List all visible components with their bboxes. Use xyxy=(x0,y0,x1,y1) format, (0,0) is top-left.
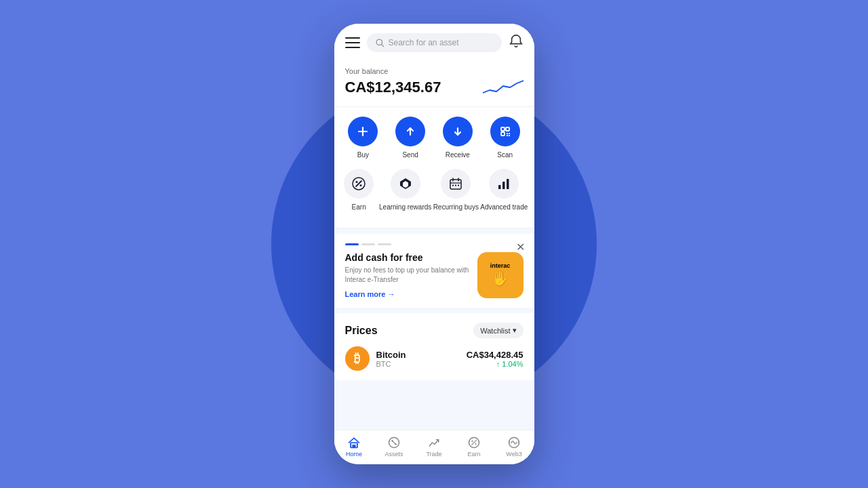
bell-icon[interactable] xyxy=(509,34,524,52)
svg-point-37 xyxy=(471,441,473,442)
scan-label: Scan xyxy=(497,150,513,159)
dot-2 xyxy=(361,243,375,245)
earn-nav-icon xyxy=(467,436,481,449)
nav-home[interactable]: Home xyxy=(339,436,369,458)
bitcoin-asset-row[interactable]: ₿ Bitcoin BTC CA$34,428.45 ↑ 1.04% xyxy=(345,346,524,371)
action-learning[interactable]: Learning rewards xyxy=(379,169,431,211)
trade-icon xyxy=(427,436,441,449)
svg-rect-25 xyxy=(458,185,459,186)
chevron-down-icon: ▾ xyxy=(513,326,517,335)
svg-point-38 xyxy=(475,443,476,445)
nav-web3-label: Web3 xyxy=(506,451,521,458)
receive-circle xyxy=(443,117,473,146)
svg-rect-9 xyxy=(507,133,508,134)
menu-icon[interactable] xyxy=(345,37,360,48)
svg-point-15 xyxy=(356,181,358,183)
svg-rect-11 xyxy=(507,135,508,136)
nav-assets[interactable]: Assets xyxy=(379,436,409,458)
bitcoin-change: ↑ 1.04% xyxy=(467,360,524,368)
advanced-trade-circle xyxy=(489,169,519,199)
receive-label: Receive xyxy=(446,150,470,159)
balance-chart xyxy=(483,78,524,97)
nav-trade-label: Trade xyxy=(426,451,441,458)
actions-row-2: Earn Learning rewards xyxy=(340,169,529,211)
action-send[interactable]: Send xyxy=(392,117,429,159)
action-advanced-trade[interactable]: Advanced trade xyxy=(480,169,528,211)
action-earn[interactable]: Earn xyxy=(340,169,378,211)
prices-header: Prices Watchlist ▾ xyxy=(345,323,524,338)
svg-rect-12 xyxy=(509,135,510,136)
bitcoin-price-info: CA$34,428.45 ↑ 1.04% xyxy=(467,350,524,368)
bitcoin-name: Bitcoin xyxy=(376,350,460,360)
banner-section: ✕ Add cash for free Enjoy no fees to top… xyxy=(334,234,534,308)
learning-label: Learning rewards xyxy=(379,203,431,211)
phone-screen: Search for an asset Your balance CA$12,3… xyxy=(334,24,534,464)
interac-text: interac xyxy=(490,263,511,270)
balance-row: CA$12,345.67 xyxy=(345,78,524,97)
nav-earn[interactable]: Earn xyxy=(459,436,489,458)
action-buy[interactable]: Buy xyxy=(344,117,382,159)
nav-web3[interactable]: Web3 xyxy=(499,436,529,458)
earn-label: Earn xyxy=(352,203,366,211)
action-receive[interactable]: Receive xyxy=(439,117,476,159)
svg-rect-30 xyxy=(353,445,356,447)
banner-close-button[interactable]: ✕ xyxy=(516,242,525,253)
svg-point-34 xyxy=(395,443,397,445)
interac-logo: interac ✋ xyxy=(477,252,524,298)
svg-rect-19 xyxy=(450,180,461,189)
dot-3 xyxy=(378,243,391,245)
buy-label: Buy xyxy=(357,150,369,159)
balance-label: Your balance xyxy=(345,67,524,75)
banner-text: Add cash for free Enjoy no fees to top u… xyxy=(345,252,477,298)
actions-section: Buy Send xyxy=(334,107,534,228)
banner-learn-more[interactable]: Learn more → xyxy=(345,290,471,298)
buy-circle xyxy=(348,117,378,146)
send-label: Send xyxy=(402,150,418,159)
balance-amount: CA$12,345.67 xyxy=(345,79,441,96)
nav-assets-label: Assets xyxy=(384,451,403,458)
bitcoin-price: CA$34,428.45 xyxy=(467,350,524,360)
assets-icon xyxy=(387,436,401,449)
watchlist-button[interactable]: Watchlist ▾ xyxy=(473,323,523,338)
action-scan[interactable]: Scan xyxy=(486,117,524,159)
svg-line-1 xyxy=(381,44,383,46)
svg-rect-26 xyxy=(498,185,501,189)
search-placeholder: Search for an asset xyxy=(389,38,459,47)
phone-frame: Search for an asset Your balance CA$12,3… xyxy=(334,24,534,464)
nav-trade[interactable]: Trade xyxy=(419,436,449,458)
banner-description: Enjoy no fees to top up your balance wit… xyxy=(345,266,471,285)
recurring-circle xyxy=(441,169,471,199)
bitcoin-icon: ₿ xyxy=(345,346,370,371)
send-circle xyxy=(395,117,425,146)
svg-rect-24 xyxy=(455,185,456,186)
svg-rect-7 xyxy=(506,127,509,131)
svg-point-16 xyxy=(360,184,362,186)
actions-row-1: Buy Send xyxy=(340,117,529,159)
svg-point-33 xyxy=(391,440,393,442)
arrow-icon: → xyxy=(387,290,395,298)
action-recurring[interactable]: Recurring buys xyxy=(433,169,479,211)
svg-rect-27 xyxy=(502,182,505,189)
banner-dots xyxy=(345,243,524,245)
search-bar[interactable]: Search for an asset xyxy=(367,33,502,52)
svg-rect-28 xyxy=(507,179,509,189)
nav-home-label: Home xyxy=(346,451,362,458)
watchlist-label: Watchlist xyxy=(480,327,510,335)
svg-rect-8 xyxy=(501,132,505,136)
prices-title: Prices xyxy=(345,325,378,337)
prices-section: Prices Watchlist ▾ ₿ Bitcoin BTC CA$34,4… xyxy=(334,313,534,380)
bitcoin-info: Bitcoin BTC xyxy=(376,350,460,368)
interac-hand-icon: ✋ xyxy=(491,270,509,287)
bitcoin-ticker: BTC xyxy=(376,360,460,368)
learning-circle xyxy=(391,169,420,199)
banner-content: Add cash for free Enjoy no fees to top u… xyxy=(345,252,524,298)
balance-section: Your balance CA$12,345.67 xyxy=(334,59,534,107)
svg-rect-10 xyxy=(509,133,510,134)
recurring-label: Recurring buys xyxy=(433,203,479,211)
scan-circle xyxy=(490,117,520,146)
home-icon xyxy=(347,436,361,449)
search-icon xyxy=(375,38,384,47)
banner-title: Add cash for free xyxy=(345,252,471,263)
bottom-nav: Home Assets Trade xyxy=(334,430,534,464)
svg-rect-23 xyxy=(452,185,454,186)
